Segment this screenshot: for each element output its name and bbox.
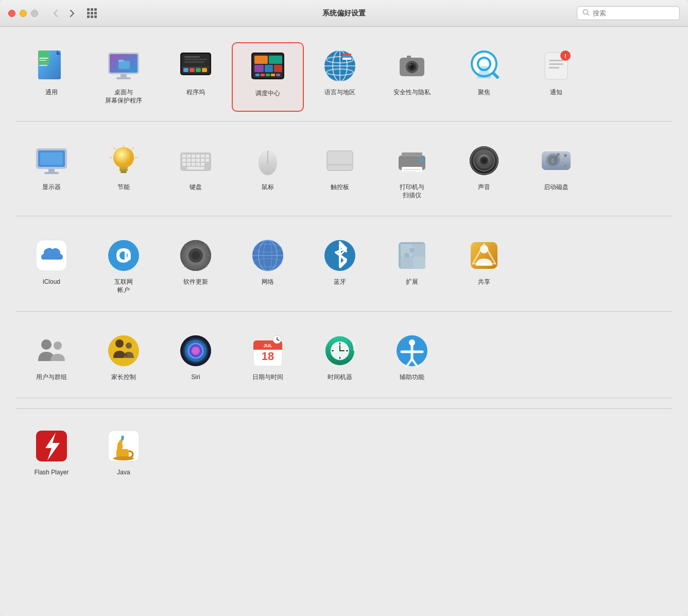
bluetooth-item[interactable]: 蓝牙 xyxy=(304,232,376,301)
language-label: 语言与地区 xyxy=(324,89,355,97)
svg-rect-45 xyxy=(342,54,351,56)
back-button[interactable] xyxy=(48,6,63,21)
svg-point-149 xyxy=(409,248,415,253)
spotlight-item[interactable]: 聚焦 xyxy=(448,42,520,112)
icloud-item[interactable]: iCloud xyxy=(15,232,88,301)
system-preferences-window: 系统偏好设置 xyxy=(0,0,688,616)
svg-rect-148 xyxy=(413,256,425,269)
updates-item[interactable]: 软件更新 xyxy=(160,232,232,301)
notifications-icon: ! xyxy=(538,47,575,84)
flashplayer-icon xyxy=(33,427,70,465)
svg-rect-5 xyxy=(39,60,46,61)
displays-item[interactable]: 显示器 xyxy=(15,137,88,207)
general-item[interactable]: 通用 xyxy=(15,42,88,112)
updates-label: 软件更新 xyxy=(183,278,208,286)
svg-rect-36 xyxy=(271,74,275,76)
general-icon xyxy=(33,47,70,84)
svg-rect-23 xyxy=(184,56,200,58)
timemachine-icon xyxy=(321,332,358,369)
timemachine-item[interactable]: 时间机器 xyxy=(304,327,376,389)
svg-rect-4 xyxy=(39,58,48,59)
desktop-icon xyxy=(105,47,142,84)
keyboard-item[interactable]: 键盘 xyxy=(160,137,232,207)
svg-rect-22 xyxy=(182,67,210,67)
titlebar: 系统偏好设置 xyxy=(0,0,688,27)
parental-item[interactable]: 家长控制 xyxy=(88,327,160,389)
svg-point-150 xyxy=(404,253,409,258)
svg-line-75 xyxy=(132,147,134,149)
svg-rect-61 xyxy=(549,67,559,69)
svg-rect-35 xyxy=(266,74,270,76)
svg-rect-105 xyxy=(402,152,422,157)
flashplayer-item[interactable]: Flash Player xyxy=(15,422,88,484)
keyboard-icon xyxy=(177,142,214,179)
svg-rect-30 xyxy=(254,65,264,72)
energy-item[interactable]: 节能 xyxy=(88,137,160,207)
svg-point-115 xyxy=(482,159,486,163)
svg-rect-25 xyxy=(184,61,204,63)
hardware-grid: 显示器 xyxy=(15,132,673,212)
mouse-icon xyxy=(249,142,286,179)
svg-rect-31 xyxy=(265,65,273,72)
svg-rect-60 xyxy=(549,63,563,65)
svg-rect-6 xyxy=(39,65,47,66)
sound-item[interactable]: 声音 xyxy=(448,137,520,207)
security-label: 安全性与隐私 xyxy=(393,89,431,97)
printer-item[interactable]: 打印机与扫描仪 xyxy=(376,137,448,207)
dock-item[interactable]: 程序坞 xyxy=(160,42,232,112)
forward-button[interactable] xyxy=(65,6,79,21)
zoom-button[interactable] xyxy=(31,10,38,17)
network-item[interactable]: 网络 xyxy=(232,232,304,301)
svg-rect-72 xyxy=(119,169,128,171)
mission-label: 调度中心 xyxy=(255,90,280,98)
svg-rect-83 xyxy=(196,155,200,158)
content-area: 通用 xyxy=(0,27,688,616)
sharing-label: 共享 xyxy=(478,278,490,286)
language-item[interactable]: 语言与地区 xyxy=(304,42,376,112)
svg-rect-28 xyxy=(254,56,268,64)
svg-rect-102 xyxy=(328,151,352,170)
updates-icon xyxy=(177,237,214,274)
close-button[interactable] xyxy=(8,10,15,17)
hardware-section: 显示器 xyxy=(15,132,673,212)
svg-point-123 xyxy=(557,153,560,156)
svg-rect-67 xyxy=(48,169,55,172)
show-all-button[interactable] xyxy=(84,6,99,21)
security-item[interactable]: 安全性与隐私 xyxy=(376,42,448,112)
search-input[interactable] xyxy=(593,9,674,17)
notifications-item[interactable]: ! 通知 xyxy=(520,42,592,112)
startup-label: 启动磁盘 xyxy=(544,183,569,192)
svg-rect-46 xyxy=(342,58,351,60)
datetime-item[interactable]: JUL 18 日期与时间 xyxy=(232,327,304,389)
mouse-item[interactable]: 鼠标 xyxy=(232,137,304,207)
trackpad-item[interactable]: 触控板 xyxy=(304,137,376,207)
svg-rect-68 xyxy=(44,172,59,174)
users-item[interactable]: 用户与群组 xyxy=(15,327,88,389)
accessibility-item[interactable]: 辅助功能 xyxy=(376,327,448,389)
internet-item[interactable]: 互联网帐户 xyxy=(88,232,160,301)
sharing-item[interactable]: 共享 xyxy=(448,232,520,301)
startup-item[interactable]: 启动磁盘 xyxy=(520,137,592,207)
svg-rect-108 xyxy=(404,171,416,172)
siri-label: Siri xyxy=(191,373,200,382)
svg-point-157 xyxy=(108,335,139,366)
desktop-item[interactable]: 桌面与屏幕保护程序 xyxy=(88,42,160,112)
network-label: 网络 xyxy=(262,278,274,286)
extensions-item[interactable]: 扩展 xyxy=(376,232,448,301)
internet-accounts-label: 互联网帐户 xyxy=(114,278,133,294)
system-grid: 用户与群组 xyxy=(15,322,673,394)
java-item[interactable]: Java xyxy=(88,422,160,484)
svg-rect-71 xyxy=(119,167,128,169)
search-box[interactable] xyxy=(577,6,680,20)
svg-rect-12 xyxy=(118,61,130,69)
other-section: Flash Player xyxy=(15,408,673,489)
svg-point-194 xyxy=(113,456,134,460)
printer-label: 打印机与扫描仪 xyxy=(400,183,424,199)
svg-rect-33 xyxy=(255,74,260,76)
mission-item[interactable]: 调度中心 xyxy=(232,42,304,112)
siri-item[interactable]: Siri xyxy=(160,327,232,389)
svg-rect-73 xyxy=(121,171,127,173)
trackpad-icon xyxy=(321,142,358,179)
dock-label: 程序坞 xyxy=(186,89,205,97)
minimize-button[interactable] xyxy=(20,10,27,17)
